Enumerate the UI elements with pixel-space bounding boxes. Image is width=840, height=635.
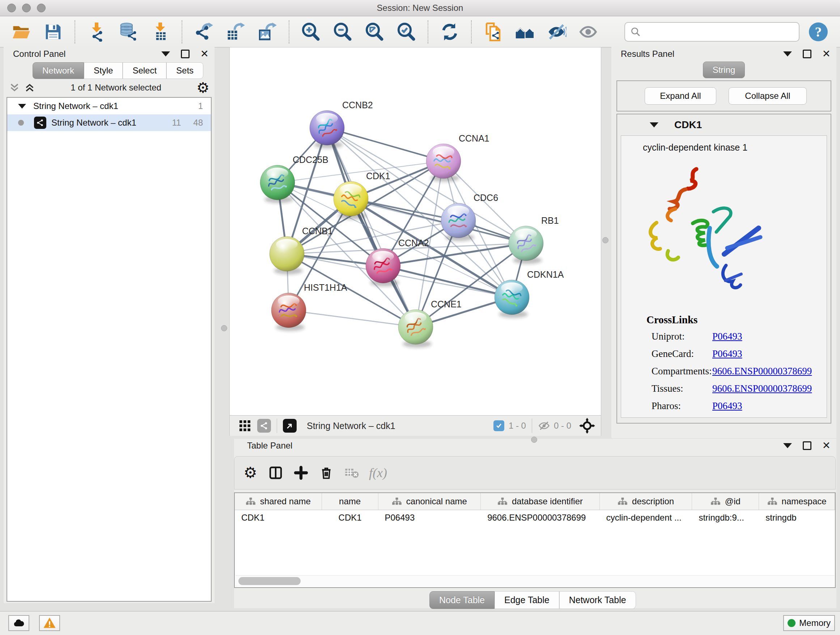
help-button[interactable]: ? (809, 22, 828, 41)
table-settings-gear-icon[interactable]: ⚙ (242, 465, 258, 481)
copy-network-icon[interactable] (483, 21, 504, 42)
column-header-database-identifier[interactable]: database identifier (481, 493, 600, 510)
delete-table-icon[interactable] (344, 465, 360, 481)
table-cell[interactable]: cyclin-dependent ... (600, 510, 692, 525)
table-horizontal-scrollbar[interactable] (235, 575, 834, 586)
table-cell[interactable]: P06493 (378, 510, 481, 525)
network-node-rb1[interactable]: RB1 (508, 215, 559, 264)
zoom-out-icon[interactable] (332, 21, 353, 42)
gene-header[interactable]: CDK1 (617, 114, 831, 135)
column-header-shared-name[interactable]: shared name (235, 493, 322, 510)
show-columns-icon[interactable] (268, 465, 284, 481)
crosslink-link[interactable]: P06493 (712, 401, 742, 412)
column-header-description[interactable]: description (600, 493, 692, 510)
panel-menu-icon[interactable] (161, 51, 170, 57)
left-splitter-handle[interactable] (221, 325, 227, 331)
memory-button[interactable]: Memory (783, 615, 835, 631)
zoom-in-icon[interactable] (300, 21, 321, 42)
home-icon[interactable] (515, 21, 535, 42)
panel-close-icon[interactable]: ✕ (822, 50, 831, 57)
navigator-crosshair-icon[interactable] (579, 418, 595, 434)
tab-node-table[interactable]: Node Table (429, 591, 494, 609)
zoom-fit-icon[interactable] (364, 21, 385, 42)
network-node-hist1h1a[interactable]: HIST1H1A (271, 282, 347, 331)
add-column-icon[interactable] (293, 465, 309, 481)
tree-caret-icon[interactable] (18, 104, 26, 109)
tab-sets[interactable]: Sets (166, 62, 203, 79)
panel-float-icon[interactable] (803, 441, 812, 450)
network-node-cdk1[interactable]: CDK1 (333, 171, 390, 219)
crosslink-link[interactable]: P06493 (712, 331, 742, 342)
minimize-window-icon[interactable] (22, 4, 31, 12)
panel-float-icon[interactable] (181, 50, 189, 58)
network-node-ccnb1[interactable]: CCNB1 (270, 226, 333, 274)
expand-all-icon[interactable] (24, 82, 35, 93)
right-splitter-handle[interactable] (602, 237, 608, 243)
network-node-ccne1[interactable]: CCNE1 (398, 299, 462, 348)
column-header-namespace[interactable]: namespace (759, 493, 835, 510)
gear-icon[interactable]: ⚙ (196, 80, 210, 95)
network-edge[interactable] (327, 128, 416, 327)
show-all-icon[interactable] (578, 21, 599, 42)
network-row[interactable]: String Network – cdk1 11 48 (7, 114, 211, 131)
table-cell[interactable]: CDK1 (322, 510, 378, 525)
table-cell[interactable]: stringdb (759, 510, 835, 525)
crosslink-link[interactable]: P06493 (712, 348, 742, 359)
network-collection-row[interactable]: String Network – cdk1 1 (7, 98, 211, 114)
panel-float-icon[interactable] (803, 50, 812, 58)
hide-selected-icon[interactable] (546, 21, 567, 42)
export-network-icon[interactable] (193, 21, 214, 42)
scrollbar-thumb[interactable] (238, 577, 301, 585)
collapse-all-icon[interactable] (9, 82, 20, 93)
column-header--id[interactable]: @id (692, 493, 759, 510)
tab-select[interactable]: Select (123, 62, 166, 79)
import-network-icon[interactable] (86, 21, 107, 42)
tab-string[interactable]: String (703, 62, 745, 78)
warning-button[interactable] (39, 615, 60, 631)
network-node-ccna1[interactable]: CCNA1 (426, 133, 489, 182)
bottom-splitter-handle[interactable] (531, 437, 537, 443)
panel-close-icon[interactable]: ✕ (822, 442, 831, 449)
expand-all-button[interactable]: Expand All (645, 87, 716, 105)
cloud-button[interactable] (8, 615, 29, 631)
function-builder-icon[interactable]: f(x) (369, 465, 387, 481)
search-box[interactable] (624, 22, 799, 42)
selected-checkbox-icon[interactable] (493, 420, 504, 431)
grid-view-icon[interactable] (238, 419, 251, 432)
crosslink-link[interactable]: 9606.ENSP00000378699 (712, 366, 812, 377)
zoom-selected-icon[interactable] (396, 21, 417, 42)
network-view-icon[interactable] (257, 419, 271, 432)
panel-menu-icon[interactable] (783, 443, 792, 448)
table-cell[interactable]: stringdb:9... (692, 510, 759, 525)
close-window-icon[interactable] (7, 4, 16, 12)
import-table-icon[interactable] (150, 21, 171, 42)
collapse-gene-icon[interactable] (650, 122, 658, 127)
import-database-icon[interactable] (118, 21, 139, 42)
network-canvas[interactable]: CCNB2CCNA1CDC25BCDK1CDC6RB1CCNB1CCNA2CDK… (230, 48, 601, 415)
delete-column-trash-icon[interactable] (318, 465, 334, 481)
column-label: namespace (782, 496, 827, 507)
table-cell[interactable]: 9606.ENSP00000378699 (481, 510, 600, 525)
crosslink-link[interactable]: 9606.ENSP00000378699 (712, 383, 812, 394)
refresh-icon[interactable] (439, 21, 460, 42)
table-cell[interactable]: CDK1 (235, 510, 322, 525)
search-input[interactable] (645, 24, 799, 40)
save-icon[interactable] (43, 21, 64, 42)
column-header-name[interactable]: name (322, 493, 378, 510)
maximize-window-icon[interactable] (37, 4, 46, 12)
panel-menu-icon[interactable] (783, 51, 792, 57)
export-table-icon[interactable] (225, 21, 246, 42)
tab-network-table[interactable]: Network Table (559, 591, 636, 609)
table-row[interactable]: CDK1CDK1P064939606.ENSP00000378699cyclin… (235, 510, 835, 525)
tab-style[interactable]: Style (84, 62, 123, 79)
tab-network[interactable]: Network (33, 62, 84, 79)
collapse-all-button[interactable]: Collapse All (729, 87, 807, 105)
network-edge[interactable] (289, 310, 416, 327)
export-image-icon[interactable] (257, 21, 278, 42)
network-node-cdkn1a[interactable]: CDKN1A (494, 269, 564, 318)
open-icon[interactable] (11, 21, 32, 42)
tab-edge-table[interactable]: Edge Table (494, 591, 559, 609)
panel-close-icon[interactable]: ✕ (201, 50, 209, 57)
column-header-canonical-name[interactable]: canonical name (378, 493, 481, 510)
birdseye-view-icon[interactable] (283, 419, 297, 432)
